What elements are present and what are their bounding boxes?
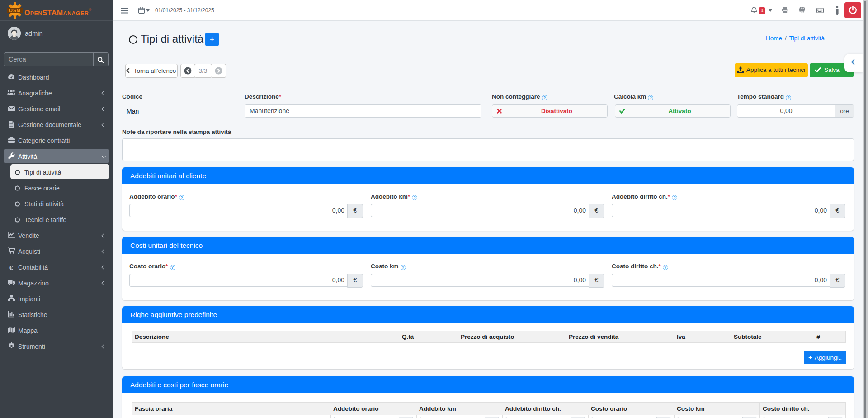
svg-text:OSM: OSM — [9, 8, 21, 13]
